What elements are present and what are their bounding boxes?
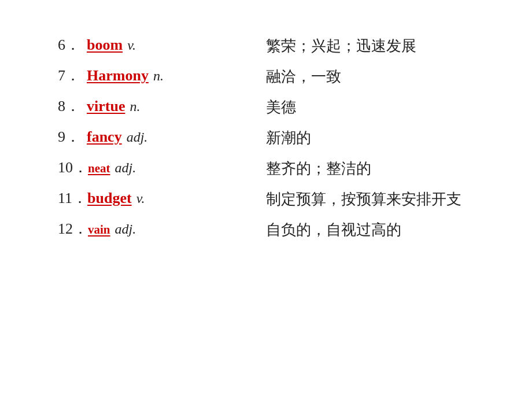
left-column: 6．boomv. — [58, 35, 266, 55]
vocab-word: virtue — [87, 98, 125, 115]
vocab-word: Harmony — [87, 67, 149, 84]
part-of-speech: v. — [127, 38, 136, 53]
vocab-item: 8．virtuen.美德 — [58, 96, 486, 119]
word-wrapper: Harmonyn. — [87, 67, 164, 84]
vocab-item: 11．budgetv.制定预算，按预算来安排开支 — [58, 188, 486, 210]
word-wrapper: vainadj. — [88, 221, 136, 237]
item-number: 6． — [58, 35, 87, 55]
definition: 繁荣；兴起；迅速发展 — [266, 35, 486, 57]
word-wrapper: virtuen. — [87, 98, 140, 115]
vocab-item: 6．boomv.繁荣；兴起；迅速发展 — [58, 35, 486, 57]
item-number: 10． — [58, 157, 88, 178]
part-of-speech: v. — [136, 191, 145, 206]
left-column: 9．fancyadj. — [58, 127, 266, 147]
page: 6．boomv.繁荣；兴起；迅速发展7．Harmonyn.融洽，一致8．virt… — [0, 0, 532, 399]
left-column: 12．vainadj. — [58, 219, 266, 239]
vocab-word: vain — [88, 223, 110, 237]
left-column: 7．Harmonyn. — [58, 65, 266, 86]
vocab-word: budget — [87, 190, 132, 207]
part-of-speech: adj. — [127, 130, 148, 145]
definition: 自负的，自视过高的 — [266, 219, 486, 241]
vocab-word: neat — [88, 161, 110, 176]
definition: 新潮的 — [266, 127, 486, 149]
word-wrapper: boomv. — [87, 36, 136, 54]
left-column: 8．virtuen. — [58, 96, 266, 116]
definition: 美德 — [266, 96, 486, 119]
left-column: 11．budgetv. — [58, 188, 266, 208]
vocab-word: boom — [87, 36, 123, 54]
part-of-speech: n. — [153, 68, 164, 84]
part-of-speech: adj. — [115, 221, 136, 237]
item-number: 9． — [58, 127, 87, 147]
word-wrapper: neatadj. — [88, 160, 136, 176]
vocab-list: 6．boomv.繁荣；兴起；迅速发展7．Harmonyn.融洽，一致8．virt… — [58, 35, 486, 249]
left-column: 10．neatadj. — [58, 157, 266, 178]
word-wrapper: fancyadj. — [87, 128, 147, 146]
item-number: 12． — [58, 219, 88, 239]
word-wrapper: budgetv. — [87, 190, 145, 207]
part-of-speech: n. — [130, 99, 140, 114]
item-number: 7． — [58, 65, 87, 86]
item-number: 11． — [58, 188, 87, 208]
definition: 融洽，一致 — [266, 65, 486, 88]
part-of-speech: adj. — [115, 160, 136, 176]
item-number: 8． — [58, 96, 87, 116]
vocab-item: 10．neatadj.整齐的；整洁的 — [58, 157, 486, 180]
vocab-word: fancy — [87, 128, 122, 146]
vocab-item: 9．fancyadj.新潮的 — [58, 127, 486, 149]
vocab-item: 7．Harmonyn.融洽，一致 — [58, 65, 486, 88]
definition: 整齐的；整洁的 — [266, 157, 486, 180]
vocab-item: 12．vainadj.自负的，自视过高的 — [58, 219, 486, 241]
definition: 制定预算，按预算来安排开支 — [266, 188, 486, 210]
